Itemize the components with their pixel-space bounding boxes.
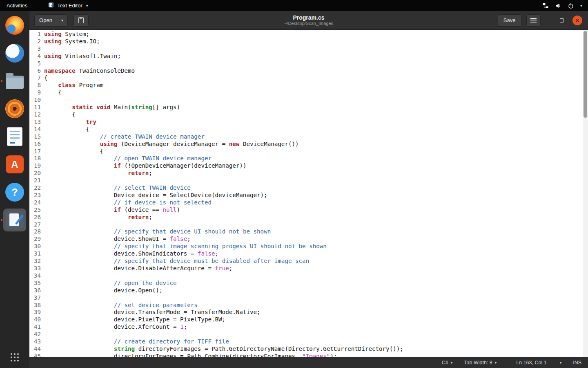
dock-item-help[interactable]: ? bbox=[3, 181, 26, 204]
code-line: 41 device.XferCount = 1; bbox=[29, 323, 582, 331]
dock-item-text-editor[interactable] bbox=[3, 209, 26, 231]
menu-button[interactable] bbox=[526, 14, 541, 27]
code-line: 38 // set device parameters bbox=[29, 302, 582, 309]
code-line: 27 bbox=[29, 221, 582, 229]
line-number: 15 bbox=[29, 133, 41, 141]
dock-item-firefox[interactable] bbox=[3, 14, 26, 37]
line-number: 44 bbox=[29, 346, 41, 353]
line-number: 30 bbox=[29, 243, 41, 250]
code-line: 1using System; bbox=[29, 31, 582, 38]
code-line: 3 bbox=[29, 45, 582, 53]
activities-button[interactable]: Activities bbox=[0, 0, 34, 11]
firefox-icon bbox=[5, 16, 24, 35]
code-text: // open TWAIN device manager bbox=[44, 155, 212, 162]
line-number: 29 bbox=[29, 236, 41, 243]
code-line: 20 return; bbox=[29, 170, 582, 177]
network-icon bbox=[542, 2, 549, 9]
code-line: 32 // specify that device must be disabl… bbox=[29, 258, 582, 265]
line-number: 7 bbox=[29, 74, 41, 82]
tab-width-label: Tab Width: 8 bbox=[464, 360, 492, 366]
rhythmbox-icon bbox=[5, 99, 24, 118]
code-text: return; bbox=[44, 214, 152, 221]
window-controls: – × bbox=[548, 16, 583, 25]
code-text: try bbox=[44, 119, 96, 126]
line-number: 20 bbox=[29, 170, 41, 177]
text-editor-icon bbox=[6, 211, 24, 229]
code-text: namespace TwainConsoleDemo bbox=[44, 67, 135, 75]
code-text: // specify that image scanning progess U… bbox=[44, 243, 327, 250]
language-selector[interactable]: C# ▾ bbox=[442, 360, 453, 366]
code-text: return; bbox=[44, 170, 152, 177]
window-title-block: Program.cs ~/Desktop/Scan_Images bbox=[284, 14, 333, 26]
dock-item-thunderbird[interactable] bbox=[3, 42, 26, 65]
code-text: using System; bbox=[44, 31, 89, 38]
code-text: device.XferCount = 1; bbox=[44, 323, 187, 331]
code-line: 42 bbox=[29, 331, 582, 338]
code-text: { bbox=[44, 126, 89, 133]
code-text: class Program bbox=[44, 82, 103, 89]
dock-item-files[interactable] bbox=[3, 70, 26, 92]
code-line: 30 // specify that image scanning proges… bbox=[29, 243, 582, 250]
new-document-icon bbox=[78, 17, 84, 23]
show-applications-button[interactable] bbox=[3, 349, 26, 366]
code-line: 36 device.Open(); bbox=[29, 287, 582, 294]
chevron-down-icon: ▾ bbox=[495, 361, 497, 365]
close-button[interactable]: × bbox=[572, 16, 582, 25]
code-text: device.PixelType = PixelType.BW; bbox=[44, 316, 225, 323]
line-number: 1 bbox=[29, 31, 41, 38]
code-line: 11 static void Main(string[] args) bbox=[29, 104, 582, 111]
code-text: // specify that device UI should not be … bbox=[44, 228, 271, 236]
code-line: 34 bbox=[29, 272, 582, 280]
libreoffice-writer-icon bbox=[7, 127, 22, 146]
line-number: 37 bbox=[29, 294, 41, 302]
dock-item-libreoffice-writer[interactable] bbox=[3, 125, 26, 148]
code-line: 13 try bbox=[29, 119, 582, 126]
line-number: 24 bbox=[29, 199, 41, 206]
app-menu[interactable]: Text Editor ▾ bbox=[45, 0, 90, 11]
save-button[interactable]: Save bbox=[498, 14, 521, 27]
document-title: Program.cs bbox=[284, 14, 333, 21]
code-text: { bbox=[44, 111, 76, 119]
insert-mode-indicator[interactable]: INS bbox=[573, 360, 581, 366]
line-number: 42 bbox=[29, 331, 41, 338]
code-text: directoryForImages = Path.Combine(direct… bbox=[44, 353, 337, 357]
code-area: 1using System;2using System.IO;34using V… bbox=[29, 31, 582, 357]
dock-item-ubuntu-software[interactable]: A bbox=[3, 153, 26, 176]
cursor-position-label: Ln 163, Col 1 bbox=[516, 360, 546, 366]
code-editor[interactable]: 1using System;2using System.IO;34using V… bbox=[29, 30, 588, 357]
vertical-scrollbar[interactable] bbox=[583, 30, 588, 357]
line-number: 10 bbox=[29, 96, 41, 104]
tab-width-selector[interactable]: Tab Width: 8 ▾ bbox=[464, 360, 497, 366]
code-line: 45 directoryForImages = Path.Combine(dir… bbox=[29, 353, 582, 357]
code-line: 35 // open the device bbox=[29, 280, 582, 287]
open-button[interactable]: Open bbox=[34, 14, 57, 27]
code-line: 8 class Program bbox=[29, 82, 582, 89]
status-right: C# ▾ Tab Width: 8 ▾ Ln 163, Col 1 ▾ INS bbox=[442, 360, 581, 366]
code-text: // create directory for TIFF file bbox=[44, 338, 229, 346]
line-number: 23 bbox=[29, 192, 41, 199]
line-number: 4 bbox=[29, 53, 41, 60]
line-number: 12 bbox=[29, 111, 41, 119]
line-number: 19 bbox=[29, 162, 41, 170]
cursor-position-button[interactable]: Ln 163, Col 1 bbox=[516, 360, 546, 366]
line-number: 40 bbox=[29, 316, 41, 323]
system-status-menu[interactable]: ▾ bbox=[542, 0, 588, 11]
document-path: ~/Desktop/Scan_Images bbox=[284, 21, 333, 26]
minimize-button[interactable]: – bbox=[548, 18, 551, 22]
code-line: 40 device.PixelType = PixelType.BW; bbox=[29, 316, 582, 323]
apps-grid-icon bbox=[14, 357, 16, 358]
chevron-down-icon[interactable]: ▾ bbox=[560, 361, 562, 365]
code-text: // open the device bbox=[44, 280, 177, 287]
line-number: 38 bbox=[29, 302, 41, 309]
status-bar: C# ▾ Tab Width: 8 ▾ Ln 163, Col 1 ▾ INS bbox=[29, 357, 588, 368]
scrollbar-thumb[interactable] bbox=[584, 31, 587, 118]
new-document-button[interactable] bbox=[74, 14, 89, 27]
maximize-button[interactable] bbox=[560, 18, 564, 22]
open-recent-dropdown[interactable]: ▾ bbox=[57, 14, 68, 27]
line-number: 22 bbox=[29, 184, 41, 192]
code-line: 31 device.ShowIndicators = false; bbox=[29, 250, 582, 258]
desktop: Activities Text Editor ▾ ▾ A bbox=[0, 0, 588, 368]
line-number: 36 bbox=[29, 287, 41, 294]
header-bar: Open ▾ Program.cs ~/Desktop/Scan_Images … bbox=[29, 11, 588, 30]
dock-item-rhythmbox[interactable] bbox=[3, 97, 26, 120]
